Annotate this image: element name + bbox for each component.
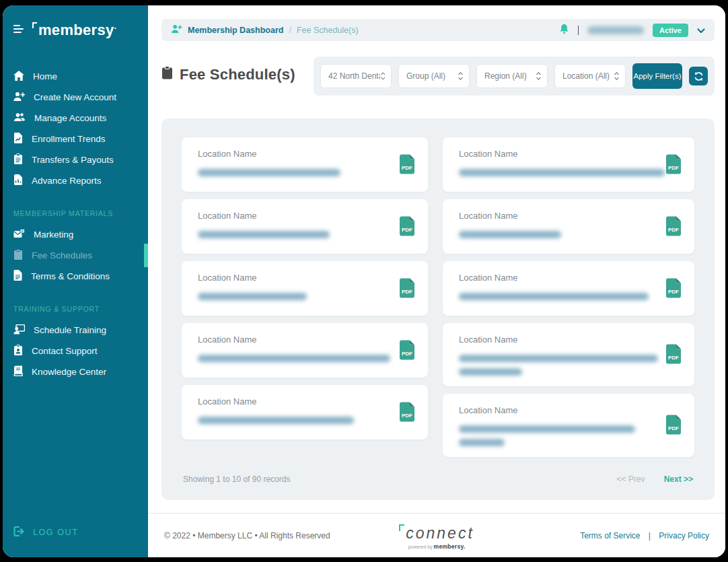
notification-bell-icon[interactable] (559, 24, 569, 37)
location-name-label: Location Name (459, 335, 658, 345)
pdf-icon: PDF (665, 414, 682, 435)
refresh-icon (694, 71, 704, 81)
copyright-text: © 2022 • Membersy LLC • All Rights Reser… (164, 531, 399, 540)
fee-schedule-card[interactable]: Location Name PDF (182, 199, 428, 254)
page-title: Fee Schedule(s) (161, 66, 295, 83)
pdf-icon: PDF (665, 343, 682, 365)
location-name-label: Location Name (198, 335, 390, 345)
breadcrumb-separator: / (289, 26, 291, 35)
sidebar-item-create-new-account[interactable]: Create New Account (3, 87, 148, 108)
pdf-download-button[interactable]: PDF (665, 215, 682, 239)
footer-links-separator: | (649, 531, 651, 540)
region-select[interactable]: Region (All) (476, 64, 548, 88)
redacted-location-value (459, 169, 665, 176)
status-badge[interactable]: Active (653, 24, 688, 37)
pdf-download-button[interactable]: PDF (398, 401, 416, 425)
apply-filters-button[interactable]: Apply Filter(s) (632, 63, 682, 89)
sidebar-item-home[interactable]: Home (3, 66, 148, 87)
pdf-icon: PDF (398, 339, 416, 361)
group-select[interactable]: Group (All) (398, 64, 470, 88)
fee-schedule-card[interactable]: Location Name PDF (443, 261, 694, 316)
sidebar-item-manage-accounts[interactable]: Manage Accounts (3, 108, 148, 129)
app-window: membersy. Home Create New Account Manage… (3, 5, 725, 557)
person-plus-icon (171, 24, 182, 36)
chevron-down-icon[interactable] (697, 24, 705, 36)
location-name-label: Location Name (459, 273, 649, 283)
logout-icon (13, 526, 24, 538)
main-area: Membership Dashboard / Fee Schedule(s) A… (148, 5, 725, 557)
fee-schedule-card[interactable]: Location Name PDF (443, 323, 694, 386)
connect-logo: connect powered by membersy. (399, 522, 474, 550)
practice-select[interactable]: 42 North Denta (320, 64, 392, 88)
training-presenter-icon (13, 324, 25, 337)
pdf-icon: PDF (665, 215, 682, 237)
clipboard-icon (161, 66, 173, 83)
sidebar-item-schedule-training[interactable]: Schedule Training (3, 320, 148, 341)
redacted-location-value (459, 231, 561, 238)
sidebar-item-contact-support[interactable]: Contact Support (3, 341, 148, 361)
book-icon (13, 365, 23, 378)
pdf-download-button[interactable]: PDF (665, 277, 682, 301)
pdf-icon: PDF (398, 277, 416, 299)
redacted-location-value (459, 425, 635, 433)
clipboard-list-icon (13, 153, 23, 166)
redacted-location-value (459, 368, 522, 376)
next-page-button[interactable]: Next >> (664, 475, 693, 484)
fee-schedule-card[interactable]: Location Name PDF (443, 199, 694, 254)
pdf-download-button[interactable]: PDF (398, 339, 416, 363)
fee-schedule-card[interactable]: Location Name PDF (443, 394, 694, 457)
sidebar-item-advance-reports[interactable]: Advance Reports (3, 170, 148, 191)
stepper-arrows-icon (380, 71, 386, 81)
pdf-download-button[interactable]: PDF (665, 343, 682, 367)
cards-column-left: Location Name PDF Location Name PDF Loca… (182, 137, 428, 457)
pdf-download-button[interactable]: PDF (398, 215, 416, 239)
redacted-location-value (459, 293, 649, 300)
pdf-download-button[interactable]: PDF (398, 277, 416, 301)
stepper-arrows-icon (614, 71, 620, 81)
sidebar-item-enrollment-trends[interactable]: Enrollment Trends (3, 129, 148, 149)
sidebar: membersy. Home Create New Account Manage… (3, 5, 148, 557)
pdf-icon: PDF (665, 153, 682, 175)
svg-text:PDF: PDF (668, 288, 679, 294)
pdf-download-button[interactable]: PDF (398, 153, 416, 177)
svg-text:PDF: PDF (668, 164, 679, 170)
location-select[interactable]: Location (All) (554, 64, 626, 88)
hamburger-menu-icon[interactable] (13, 24, 26, 36)
logout-button[interactable]: LOG OUT (3, 526, 148, 557)
fee-schedule-card[interactable]: Location Name PDF (182, 137, 428, 192)
privacy-policy-link[interactable]: Privacy Policy (659, 531, 709, 540)
fee-schedule-card[interactable]: Location Name PDF (182, 261, 428, 316)
sidebar-item-marketing[interactable]: Marketing (3, 224, 148, 245)
stepper-arrows-icon (458, 71, 464, 81)
refresh-button[interactable] (689, 67, 708, 85)
pdf-icon: PDF (398, 215, 416, 237)
sidebar-item-transfers-payouts[interactable]: Transfers & Payouts (3, 149, 148, 170)
terms-of-service-link[interactable]: Terms of Service (580, 531, 640, 540)
sidebar-item-fee-schedules[interactable]: Fee Schedules (3, 245, 148, 266)
pdf-download-button[interactable]: PDF (665, 414, 682, 437)
pdf-icon: PDF (398, 153, 416, 175)
active-indicator-bar (144, 244, 148, 267)
prev-page-button[interactable]: << Prev (617, 475, 645, 484)
sidebar-item-terms-conditions[interactable]: Terms & Conditions (3, 266, 148, 287)
sidebar-item-knowledge-center[interactable]: Knowledge Center (3, 361, 148, 382)
fee-schedule-card[interactable]: Location Name PDF (443, 137, 694, 192)
pdf-download-button[interactable]: PDF (665, 153, 682, 177)
redacted-location-value (198, 231, 330, 238)
report-chart-icon (13, 174, 23, 187)
pagination-summary: Showing 1 to 10 of 90 records (183, 475, 290, 484)
user-name-redacted (587, 26, 644, 34)
breadcrumb-current: Fee Schedule(s) (297, 26, 359, 35)
svg-text:PDF: PDF (668, 355, 679, 361)
location-name-label: Location Name (459, 211, 561, 221)
svg-text:PDF: PDF (402, 288, 412, 294)
breadcrumb-root[interactable]: Membership Dashboard (188, 26, 283, 35)
location-name-label: Location Name (459, 405, 635, 415)
clipboard-icon (13, 249, 23, 262)
section-training-support: TRAINING & SUPPORT (13, 305, 137, 313)
section-membership-materials: MEMBERSHIP MATERIALS (13, 209, 137, 217)
svg-text:PDF: PDF (402, 164, 412, 170)
svg-text:PDF: PDF (668, 425, 679, 431)
fee-schedule-card[interactable]: Location Name PDF (182, 385, 428, 440)
fee-schedule-card[interactable]: Location Name PDF (182, 323, 428, 378)
